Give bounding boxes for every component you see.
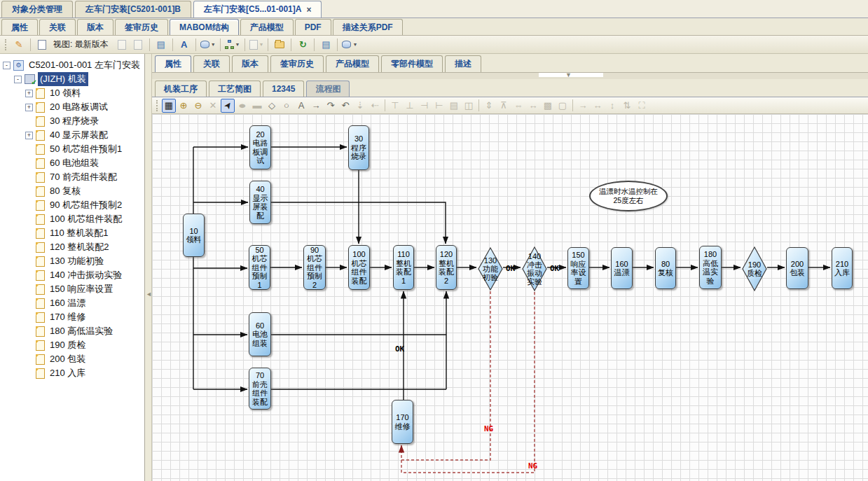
splitter-collapse-icon[interactable]: ◄ (146, 291, 152, 298)
panel-tab-2[interactable]: 版本 (232, 55, 268, 72)
flowchart-canvas[interactable]: 10 领料20 电路 板调 试30 程序 烧录40 显示 屏装 配50 机芯 组… (152, 114, 868, 481)
flow-node-90[interactable]: 90 机芯 组件 预制 2 (303, 245, 326, 290)
flow-node-20[interactable]: 20 电路 板调 试 (249, 125, 271, 169)
tree-item-8[interactable]: 90 机芯组件预制2 (0, 198, 144, 212)
flow-node-80[interactable]: 80 复核 (655, 247, 676, 289)
flow-decision-130[interactable]: 130 功能 初验 (478, 247, 503, 291)
tree-item-16[interactable]: 170 维修 (0, 310, 144, 324)
flow-node-70[interactable]: 70 前壳 组件 装配 (249, 368, 271, 410)
tree-item-3[interactable]: +40 显示屏装配 (0, 128, 144, 142)
tree-item-19[interactable]: 200 包装 (0, 352, 144, 366)
tree-item-10[interactable]: 110 整机装配1 (0, 226, 144, 240)
arrow-tool-icon[interactable]: → (309, 99, 323, 113)
panel-tab-5[interactable]: 零部件模型 (381, 55, 443, 72)
tree-item-17[interactable]: 180 高低温实验 (0, 324, 144, 338)
flow-node-40[interactable]: 40 显示 屏装 配 (249, 181, 271, 224)
curve-arrow-tool-icon[interactable]: ↶ (338, 99, 352, 113)
flow-node-160[interactable]: 160 温漂 (611, 247, 633, 289)
tree-item-2[interactable]: 30 程序烧录 (0, 114, 144, 128)
table-edit-icon[interactable]: ▤ (154, 38, 168, 52)
panel-tab-4[interactable]: 产品模型 (326, 55, 379, 72)
flow-node-180[interactable]: 180 高低 温实 验 (699, 246, 722, 289)
flow-decision-140[interactable]: 140 冲击 振动 实验 (522, 246, 547, 291)
sub-tab-2[interactable]: 12345 (263, 81, 304, 97)
flow-node-10[interactable]: 10 领料 (183, 214, 205, 257)
text-tool-icon[interactable]: A (294, 99, 308, 113)
tree-item-12[interactable]: 130 功能初验 (0, 254, 144, 268)
panel-splitter[interactable]: ◄ (145, 54, 152, 481)
ribbon-tab-4[interactable]: MABOM结构 (170, 19, 239, 35)
flow-node-30[interactable]: 30 程序 烧录 (348, 125, 369, 170)
flow-node-100[interactable]: 100 机芯 组件 装配 (348, 245, 370, 290)
table-edit2-icon[interactable]: ▤ (319, 38, 333, 52)
tree-item-14[interactable]: 150 响应率设置 (0, 282, 144, 296)
collapse-arrow-icon[interactable]: ▼ (565, 71, 572, 78)
tree-item-13[interactable]: 140 冲击振动实验 (0, 268, 144, 282)
flow-node-60[interactable]: 60 电池 组装 (249, 312, 271, 356)
flow-decision-190[interactable]: 190 质检 (742, 246, 767, 291)
zoom-out-icon[interactable]: ⊖ (191, 99, 205, 113)
ribbon-tab-6[interactable]: PDF (295, 19, 331, 35)
database-edit-icon[interactable]: ▼ (342, 38, 357, 52)
doc-tab-1[interactable]: 左车门安装[C5201-001]B (75, 1, 191, 18)
tree-expander-icon[interactable]: + (25, 90, 33, 97)
dropdown-arrow-icon[interactable]: ▼ (211, 42, 216, 47)
tree-group-item[interactable]: -(JIZH) 机装 (0, 72, 144, 86)
ribbon-tab-5[interactable]: 产品模型 (240, 19, 294, 35)
sub-tab-3[interactable]: 流程图 (306, 81, 350, 97)
ribbon-tab-0[interactable]: 属性 (1, 19, 38, 35)
flow-node-120[interactable]: 120 整机 装配 2 (436, 245, 457, 290)
flow-node-50[interactable]: 50 机芯 组件 预制 1 (249, 245, 270, 290)
annotation-ellipse[interactable]: 温漂时水温控制在 25度左右 (589, 181, 668, 211)
panel-tab-0[interactable]: 属性 (155, 55, 191, 72)
tree-item-6[interactable]: 70 前壳组件装配 (0, 170, 144, 184)
tree-item-7[interactable]: 80 复核 (0, 184, 144, 198)
font-icon[interactable]: A (177, 38, 191, 52)
ribbon-tab-2[interactable]: 版本 (77, 19, 113, 35)
zoom-in-icon[interactable]: ⊕ (177, 99, 191, 113)
tree-item-4[interactable]: 50 机芯组件预制1 (0, 142, 144, 156)
tree-item-20[interactable]: 210 入库 (0, 366, 144, 380)
folder-search-icon[interactable] (273, 38, 287, 52)
sub-tab-1[interactable]: 工艺简图 (209, 81, 261, 97)
tree-expander-icon[interactable]: + (25, 132, 33, 139)
horizontal-collapse-bar[interactable]: ▼ (152, 73, 868, 79)
panel-tab-1[interactable]: 关联 (193, 55, 230, 72)
edit-pencil-icon[interactable]: ✎ (12, 38, 26, 52)
tree-item-18[interactable]: 190 质检 (0, 338, 144, 352)
circle-tool-icon[interactable]: ○ (280, 99, 294, 113)
flow-node-150[interactable]: 150 响应 率设 置 (567, 247, 589, 289)
tree-item-15[interactable]: 160 温漂 (0, 296, 144, 310)
tree-expander-icon[interactable]: - (3, 62, 11, 69)
diamond-tool-icon[interactable]: ◇ (265, 99, 279, 113)
database-icon[interactable]: ▼ (200, 38, 216, 52)
new-document-icon[interactable] (35, 38, 49, 52)
doc-tab-0[interactable]: 对象分类管理 (1, 1, 73, 18)
dropdown-arrow-icon[interactable]: ▼ (352, 42, 357, 47)
tree-item-11[interactable]: 120 整机装配2 (0, 240, 144, 254)
tree-expander-icon[interactable]: - (14, 76, 22, 83)
panel-tab-3[interactable]: 签审历史 (270, 55, 324, 72)
grid-view-icon[interactable]: ▦ (162, 99, 176, 113)
uturn-arrow-tool-icon[interactable]: ↷ (324, 99, 338, 113)
tree-item-5[interactable]: 60 电池组装 (0, 156, 144, 170)
select-cursor-icon[interactable]: ➤ (221, 99, 235, 113)
ribbon-tab-7[interactable]: 描述关系PDF (333, 19, 403, 35)
tree-item-9[interactable]: 100 机芯组件装配 (0, 212, 144, 226)
close-icon[interactable]: × (306, 5, 311, 15)
hierarchy-icon[interactable]: ▼ (225, 38, 240, 52)
doc-tab-2[interactable]: 左车门安装[C5...01-001]A× (193, 1, 322, 18)
flow-node-110[interactable]: 110 整机 装配 1 (393, 245, 414, 290)
tree-root-item[interactable]: -⚙C5201-001-001 左车门安装 (0, 58, 144, 72)
ribbon-tab-1[interactable]: 关联 (39, 19, 76, 35)
dropdown-arrow-icon[interactable]: ▼ (235, 42, 240, 47)
flow-node-170[interactable]: 170 维修 (392, 400, 413, 444)
ribbon-tab-3[interactable]: 签审历史 (115, 19, 168, 35)
tree-expander-icon[interactable]: + (25, 104, 33, 111)
panel-tab-6[interactable]: 描述 (445, 55, 481, 72)
tree-item-1[interactable]: +20 电路板调试 (0, 100, 144, 114)
tree-item-0[interactable]: +10 领料 (0, 86, 144, 100)
flow-node-200[interactable]: 200 包装 (786, 247, 808, 289)
sub-tab-0[interactable]: 机装工序 (155, 81, 207, 97)
flow-node-210[interactable]: 210 入库 (832, 247, 853, 289)
